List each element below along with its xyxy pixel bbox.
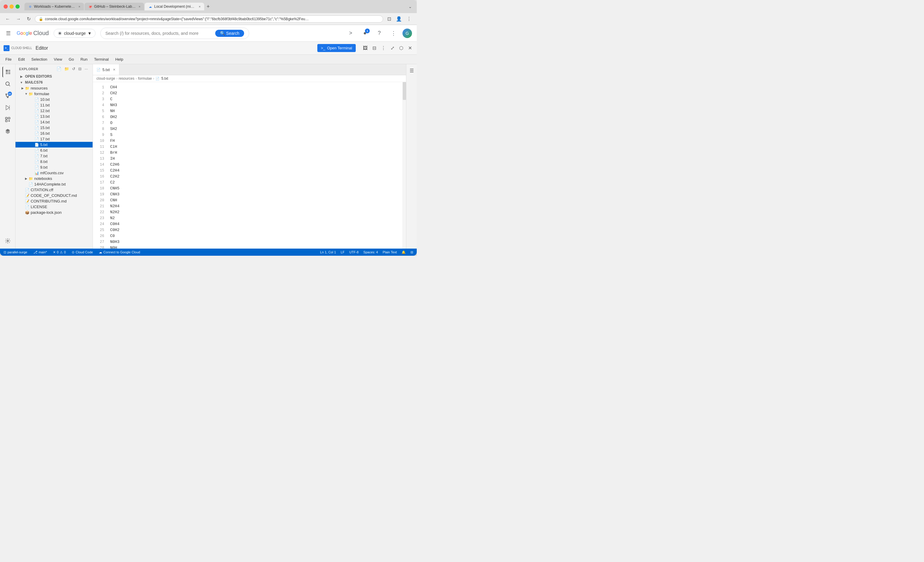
new-file-button[interactable]: 📄 — [56, 66, 63, 72]
file-11txt[interactable]: 📄 11.txt — [15, 102, 93, 108]
file-9txt[interactable]: 📄 9.txt — [15, 164, 93, 170]
file-15txt[interactable]: 📄 15.txt — [15, 125, 93, 130]
status-connect[interactable]: ☁ Connect to Google Cloud — [98, 250, 141, 254]
file-contributing[interactable]: 📝 CONTRIBUTING.md — [15, 198, 93, 204]
code-line[interactable]: OH2 — [108, 114, 402, 120]
formulae-folder[interactable]: ▼ 📁 formulae — [15, 91, 93, 97]
project-selector[interactable]: cloud-surge ▼ — [54, 29, 96, 38]
code-line[interactable]: C2H6 — [108, 162, 402, 168]
status-errors[interactable]: ✕ 0 ⚠ 0 — [52, 250, 67, 254]
file-license[interactable]: 📄 LICENSE — [15, 204, 93, 210]
code-line[interactable]: S — [108, 132, 402, 138]
notebooks-folder[interactable]: ▶ 📁 notebooks — [15, 176, 93, 181]
menu-run[interactable]: Run — [77, 56, 90, 63]
breadcrumb-formulae[interactable]: formulae — [138, 76, 152, 81]
code-line[interactable]: SH2 — [108, 126, 402, 132]
code-line[interactable]: BrH — [108, 150, 402, 156]
forward-button[interactable]: → — [14, 15, 22, 23]
status-encoding[interactable]: UTF-8 — [348, 250, 360, 254]
code-line[interactable]: C — [108, 96, 402, 102]
collapse-all-button[interactable]: ⊟ — [77, 66, 83, 72]
file-13txt[interactable]: 📄 13.txt — [15, 114, 93, 119]
maximize-button[interactable] — [15, 4, 20, 9]
menu-view[interactable]: View — [51, 56, 65, 63]
close-button[interactable] — [4, 4, 8, 9]
minimap-thumb[interactable] — [403, 82, 406, 100]
file-17txt[interactable]: 📄 17.txt — [15, 136, 93, 142]
file-package-lock[interactable]: 📦 package-lock.json — [15, 210, 93, 215]
status-lf[interactable]: LF — [340, 250, 346, 254]
code-line[interactable]: N0H3 — [108, 239, 402, 245]
user-avatar[interactable]: G — [402, 28, 412, 38]
settings-dots-button[interactable]: ⋮ — [388, 28, 399, 39]
activity-search[interactable] — [2, 79, 13, 89]
status-ln-col[interactable]: Ln 1, Col 1 — [319, 250, 337, 254]
code-line[interactable]: N2H2 — [108, 209, 402, 215]
browser-tab-2[interactable]: 🐙 GitHub – Steinbeck-Lab/cloud… × — [84, 3, 144, 10]
code-line[interactable]: N2H4 — [108, 203, 402, 209]
editor-icon-pic[interactable]: 🖼 — [362, 44, 369, 52]
code-line[interactable]: CNH — [108, 197, 402, 203]
code-line[interactable]: N2 — [108, 215, 402, 221]
status-bell[interactable]: 🔔 — [400, 250, 407, 254]
status-cloud-code[interactable]: ⊙ Cloud Code — [70, 250, 94, 254]
activity-settings[interactable] — [2, 236, 13, 246]
file-5txt-active[interactable]: 📄 5.txt — [15, 142, 93, 148]
code-area[interactable]: 1234567891011121314151617181920212223242… — [93, 82, 406, 248]
notifications-button[interactable]: ● 1 — [360, 28, 370, 39]
resources-folder[interactable]: ▶ 📁 resources — [15, 85, 93, 91]
menu-help[interactable]: Help — [112, 56, 126, 63]
file-coc[interactable]: 📝 CODE_OF_CONDUCT.md — [15, 193, 93, 198]
activity-extensions[interactable] — [2, 114, 13, 125]
editor-popout-button[interactable]: ⬡ — [398, 44, 405, 52]
file-mfcounts[interactable]: 📊 mfCounts.csv — [15, 170, 93, 176]
code-line[interactable]: CNH3 — [108, 191, 402, 197]
code-line[interactable]: C2H2 — [108, 173, 402, 179]
help-button[interactable]: ? — [374, 28, 385, 39]
file-citation[interactable]: 📄 CITATION.cff — [15, 187, 93, 193]
code-editor-button[interactable]: > — [345, 28, 356, 39]
code-line[interactable]: N0H — [108, 245, 402, 248]
tab-close-x[interactable]: ✕ — [113, 68, 116, 72]
activity-run-debug[interactable] — [2, 102, 13, 113]
more-options-button[interactable]: ⋮ — [405, 15, 413, 23]
code-line[interactable]: NH3 — [108, 102, 402, 108]
code-line[interactable]: C0H4 — [108, 221, 402, 227]
code-line[interactable]: C2H4 — [108, 168, 402, 173]
file-8txt[interactable]: 📄 8.txt — [15, 159, 93, 164]
gcloud-search-button[interactable]: 🔍 Search — [215, 30, 244, 37]
minimize-button[interactable] — [9, 4, 14, 9]
code-line[interactable]: FH — [108, 138, 402, 144]
editor-expand-button[interactable]: ⤢ — [389, 44, 396, 52]
code-line[interactable]: C0 — [108, 233, 402, 239]
refresh-button[interactable]: ↺ — [71, 66, 76, 72]
file-6txt[interactable]: 📄 6.txt — [15, 148, 93, 153]
menu-go[interactable]: Go — [66, 56, 77, 63]
code-line[interactable]: IH — [108, 156, 402, 162]
breadcrumb-resources[interactable]: resources — [119, 76, 135, 81]
open-terminal-button[interactable]: >_ Open Terminal — [317, 44, 356, 52]
breadcrumb-file[interactable]: 5.txt — [161, 76, 168, 81]
tab-close-2[interactable]: × — [139, 5, 141, 8]
code-line[interactable]: CNH5 — [108, 185, 402, 191]
code-content[interactable]: CH4CH2CNH3NHOH2OSH2SFHClHBrHIHC2H6C2H4C2… — [108, 82, 402, 248]
activity-explorer[interactable] — [2, 67, 13, 77]
gcloud-search-input[interactable] — [105, 31, 213, 36]
file-7txt[interactable]: 📄 7.txt — [15, 153, 93, 159]
tab-close-1[interactable]: × — [79, 5, 80, 8]
menu-file[interactable]: File — [2, 56, 15, 63]
open-editors-header[interactable]: ▶ OPEN EDITORS — [15, 73, 93, 79]
tab-close-3[interactable]: × — [199, 5, 201, 8]
activity-terraform[interactable] — [2, 126, 13, 137]
new-tab-button[interactable]: + — [205, 3, 212, 10]
menu-terminal[interactable]: Terminal — [91, 56, 112, 63]
cast-button[interactable]: ⊡ — [386, 15, 393, 23]
status-branch[interactable]: ⎇ main* — [32, 250, 48, 254]
status-project[interactable]: ⊡ parallel-surge — [2, 250, 28, 254]
back-button[interactable]: ← — [4, 15, 12, 23]
editor-close-button[interactable]: ✕ — [407, 44, 413, 52]
browser-dropdown-button[interactable]: ⌄ — [407, 3, 413, 10]
more-actions-button[interactable]: ··· — [83, 66, 89, 72]
status-language[interactable]: Plain Text — [382, 250, 398, 254]
mailcs76-header[interactable]: ▼ MAILCS76 — [15, 79, 93, 85]
